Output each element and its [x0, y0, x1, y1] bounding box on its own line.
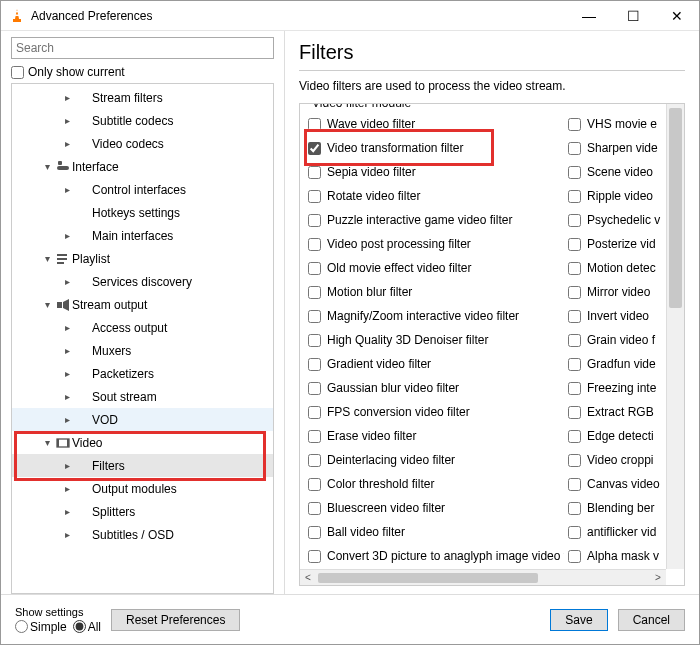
filter-checkbox[interactable]	[308, 286, 321, 299]
filter-checkbox-row[interactable]: Convert 3D picture to anaglyph image vid…	[304, 544, 564, 568]
filter-checkbox[interactable]	[568, 214, 581, 227]
only-show-current-checkbox[interactable]	[11, 66, 24, 79]
cancel-button[interactable]: Cancel	[618, 609, 685, 631]
tree-item[interactable]: ▸VOD	[12, 408, 273, 431]
filter-checkbox-row[interactable]: FPS conversion video filter	[304, 400, 564, 424]
filter-checkbox[interactable]	[308, 406, 321, 419]
filter-checkbox[interactable]	[308, 334, 321, 347]
filter-checkbox[interactable]	[308, 454, 321, 467]
filter-checkbox[interactable]	[568, 550, 581, 563]
tree-item[interactable]: ▸Stream filters	[12, 86, 273, 109]
filter-checkbox-row[interactable]: Invert video	[564, 304, 682, 328]
filter-checkbox[interactable]	[568, 286, 581, 299]
filter-checkbox-row[interactable]: Canvas video	[564, 472, 682, 496]
filter-checkbox[interactable]	[568, 310, 581, 323]
tree-item[interactable]: ▸Muxers	[12, 339, 273, 362]
filter-checkbox-row[interactable]: High Quality 3D Denoiser filter	[304, 328, 564, 352]
filter-checkbox-row[interactable]: Sepia video filter	[304, 160, 564, 184]
filter-checkbox-row[interactable]: Grain video f	[564, 328, 682, 352]
filter-checkbox-row[interactable]: Gaussian blur video filter	[304, 376, 564, 400]
filter-checkbox[interactable]	[308, 358, 321, 371]
filter-checkbox[interactable]	[568, 334, 581, 347]
filter-checkbox-row[interactable]: Extract RGB	[564, 400, 682, 424]
tree-item[interactable]: Hotkeys settings	[12, 201, 273, 224]
tree-item[interactable]: ▸Control interfaces	[12, 178, 273, 201]
close-button[interactable]: ✕	[655, 1, 699, 31]
filter-checkbox[interactable]	[568, 238, 581, 251]
filter-checkbox-row[interactable]: Ball video filter	[304, 520, 564, 544]
filter-checkbox-row[interactable]: VHS movie e	[564, 112, 682, 136]
tree-item[interactable]: ▾Stream output	[12, 293, 273, 316]
filter-checkbox[interactable]	[308, 262, 321, 275]
filter-checkbox[interactable]	[308, 550, 321, 563]
filter-checkbox[interactable]	[568, 478, 581, 491]
filter-checkbox[interactable]	[568, 502, 581, 515]
filter-checkbox-row[interactable]: Old movie effect video filter	[304, 256, 564, 280]
horizontal-scrollbar[interactable]: < >	[300, 569, 666, 585]
filter-checkbox[interactable]	[568, 430, 581, 443]
filter-checkbox-row[interactable]: Gradfun vide	[564, 352, 682, 376]
filter-checkbox-row[interactable]: Video transformation filter	[304, 136, 564, 160]
filter-checkbox-row[interactable]: Video croppi	[564, 448, 682, 472]
filter-checkbox-row[interactable]: Erase video filter	[304, 424, 564, 448]
filter-checkbox-row[interactable]: Color threshold filter	[304, 472, 564, 496]
filter-checkbox-row[interactable]: Gradient video filter	[304, 352, 564, 376]
tree-item[interactable]: ▸Sout stream	[12, 385, 273, 408]
filter-checkbox[interactable]	[308, 310, 321, 323]
filter-checkbox[interactable]	[308, 526, 321, 539]
tree-item[interactable]: ▾Video	[12, 431, 273, 454]
reset-preferences-button[interactable]: Reset Preferences	[111, 609, 240, 631]
filter-checkbox[interactable]	[568, 454, 581, 467]
filter-checkbox[interactable]	[308, 214, 321, 227]
tree-item[interactable]: ▸Access output	[12, 316, 273, 339]
filter-checkbox-row[interactable]: Edge detecti	[564, 424, 682, 448]
preferences-tree[interactable]: ▸Stream filters▸Subtitle codecs▸Video co…	[11, 83, 274, 594]
tree-item[interactable]: ▸Splitters	[12, 500, 273, 523]
filter-checkbox-row[interactable]: Video post processing filter	[304, 232, 564, 256]
maximize-button[interactable]: ☐	[611, 1, 655, 31]
filter-checkbox-row[interactable]: Freezing inte	[564, 376, 682, 400]
filter-checkbox[interactable]	[308, 382, 321, 395]
tree-item[interactable]: ▸Services discovery	[12, 270, 273, 293]
filter-checkbox[interactable]	[308, 430, 321, 443]
tree-item[interactable]: ▸Main interfaces	[12, 224, 273, 247]
filter-checkbox[interactable]	[308, 166, 321, 179]
filter-checkbox[interactable]	[568, 262, 581, 275]
filter-checkbox[interactable]	[308, 502, 321, 515]
minimize-button[interactable]: ―	[567, 1, 611, 31]
filter-checkbox[interactable]	[308, 238, 321, 251]
filter-checkbox[interactable]	[568, 406, 581, 419]
filter-checkbox-row[interactable]: Bluescreen video filter	[304, 496, 564, 520]
filter-checkbox-row[interactable]: Deinterlacing video filter	[304, 448, 564, 472]
filter-checkbox-row[interactable]: Magnify/Zoom interactive video filter	[304, 304, 564, 328]
filter-checkbox-row[interactable]: Ripple video	[564, 184, 682, 208]
filter-checkbox-row[interactable]: Alpha mask v	[564, 544, 682, 568]
tree-item[interactable]: ▸Video codecs	[12, 132, 273, 155]
filter-checkbox-row[interactable]: Blending ber	[564, 496, 682, 520]
filter-checkbox[interactable]	[308, 142, 321, 155]
tree-item[interactable]: ▾Interface	[12, 155, 273, 178]
filter-checkbox-row[interactable]: antiflicker vid	[564, 520, 682, 544]
tree-item[interactable]: ▸Subtitle codecs	[12, 109, 273, 132]
filter-checkbox[interactable]	[568, 190, 581, 203]
all-radio[interactable]: All	[73, 620, 101, 634]
filter-checkbox-row[interactable]: Sharpen vide	[564, 136, 682, 160]
filter-checkbox[interactable]	[568, 166, 581, 179]
filter-checkbox[interactable]	[568, 382, 581, 395]
tree-item[interactable]: ▸Filters	[12, 454, 273, 477]
filter-checkbox[interactable]	[568, 118, 581, 131]
filter-checkbox[interactable]	[568, 142, 581, 155]
vertical-scrollbar[interactable]	[666, 104, 684, 569]
filter-checkbox-row[interactable]: Wave video filter	[304, 112, 564, 136]
filter-checkbox-row[interactable]: Puzzle interactive game video filter	[304, 208, 564, 232]
tree-item[interactable]: ▾Playlist	[12, 247, 273, 270]
filter-checkbox[interactable]	[308, 118, 321, 131]
filter-checkbox-row[interactable]: Mirror video	[564, 280, 682, 304]
filter-checkbox-row[interactable]: Posterize vid	[564, 232, 682, 256]
simple-radio[interactable]: Simple	[15, 620, 67, 634]
search-input[interactable]	[11, 37, 274, 59]
filter-checkbox[interactable]	[308, 478, 321, 491]
filter-checkbox-row[interactable]: Scene video	[564, 160, 682, 184]
tree-item[interactable]: ▸Packetizers	[12, 362, 273, 385]
filter-checkbox-row[interactable]: Rotate video filter	[304, 184, 564, 208]
